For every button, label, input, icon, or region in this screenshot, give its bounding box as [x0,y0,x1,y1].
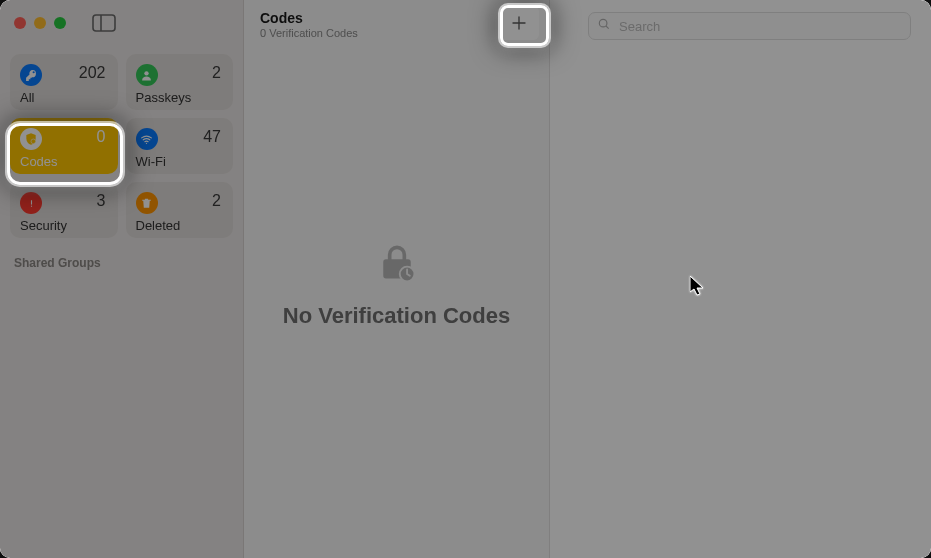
sidebar: 202 All 2 Passkeys 0 Codes [0,0,244,558]
svg-rect-7 [30,205,31,206]
count-badge: 2 [212,192,221,210]
search-icon [597,17,611,35]
svg-point-3 [31,139,36,144]
svg-line-12 [606,26,609,29]
sidebar-item-codes[interactable]: 0 Codes [10,118,118,174]
empty-state-text: No Verification Codes [283,303,510,329]
count-badge: 47 [203,128,221,146]
plus-icon [510,14,528,32]
sidebar-item-deleted[interactable]: 2 Deleted [126,182,234,238]
entries-title: Codes [260,10,535,26]
empty-state: No Verification Codes [244,12,549,558]
lock-clock-icon [375,241,419,289]
entries-subtitle: 0 Verification Codes [260,27,535,39]
sidebar-item-passkeys[interactable]: 2 Passkeys [126,54,234,110]
person-icon [136,64,158,86]
svg-point-4 [146,142,147,143]
add-button[interactable] [499,6,539,40]
minimize-window-button[interactable] [34,17,46,29]
tile-label: Wi-Fi [136,154,224,169]
sidebar-item-security[interactable]: 3 Security [10,182,118,238]
tile-label: Passkeys [136,90,224,105]
entries-header: Codes 0 Verification Codes [244,0,549,52]
detail-pane [550,0,931,558]
tile-label: Security [20,218,108,233]
shield-icon [20,128,42,150]
passwords-window: 202 All 2 Passkeys 0 Codes [0,0,931,558]
wifi-icon [136,128,158,150]
zoom-window-button[interactable] [54,17,66,29]
titlebar [0,0,243,46]
svg-rect-0 [93,15,115,31]
count-badge: 202 [79,64,106,82]
tile-label: Codes [20,154,108,169]
search-wrap [588,12,911,40]
mouse-cursor [690,276,704,300]
tile-label: Deleted [136,218,224,233]
svg-rect-6 [30,200,31,204]
alert-icon [20,192,42,214]
sidebar-item-all[interactable]: 202 All [10,54,118,110]
close-window-button[interactable] [14,17,26,29]
sidebar-toggle-button[interactable] [92,14,116,32]
svg-point-11 [599,19,607,27]
sidebar-item-wifi[interactable]: 47 Wi-Fi [126,118,234,174]
shared-groups-header: Shared Groups [0,248,243,278]
search-input[interactable] [588,12,911,40]
sidebar-toggle-icon [92,14,116,32]
key-icon [20,64,42,86]
category-tiles: 202 All 2 Passkeys 0 Codes [0,46,243,248]
count-badge: 3 [97,192,106,210]
count-badge: 0 [97,128,106,146]
entries-column: Codes 0 Verification Codes No Verificati… [244,0,550,558]
trash-icon [136,192,158,214]
svg-point-2 [144,71,148,75]
count-badge: 2 [212,64,221,82]
tile-label: All [20,90,108,105]
